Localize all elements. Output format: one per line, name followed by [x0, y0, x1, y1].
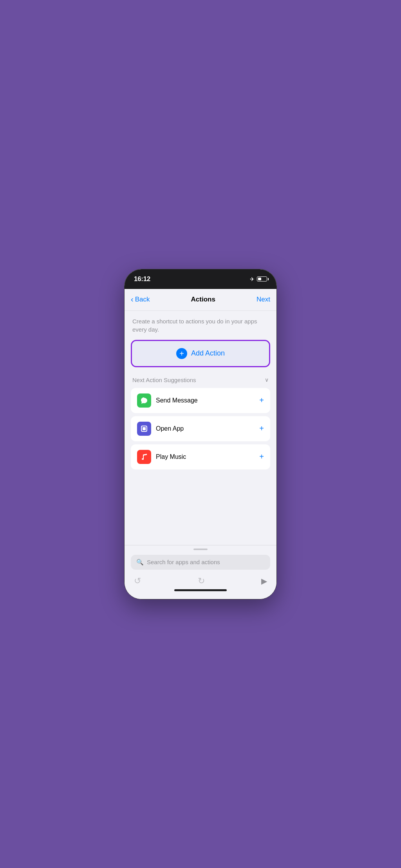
back-label: Back [135, 296, 150, 303]
bottom-toolbar: ↺ ↻ ▶ [131, 576, 270, 586]
open-app-label: Open App [156, 425, 184, 432]
play-music-add-icon[interactable]: + [259, 452, 264, 461]
back-button[interactable]: ‹ Back [131, 295, 150, 304]
suggestions-header: Next Action Suggestions ∨ [131, 377, 270, 383]
search-icon: 🔍 [136, 559, 144, 566]
send-message-label: Send Message [156, 397, 198, 404]
status-time: 16:12 [134, 275, 150, 283]
page-title: Actions [191, 296, 215, 303]
status-icons: ✈ [250, 276, 267, 282]
suggestion-left: Open App [137, 422, 184, 436]
send-message-add-icon[interactable]: + [259, 396, 264, 405]
suggestion-left: Play Music [137, 450, 186, 464]
openapp-icon [137, 422, 151, 436]
undo-button[interactable]: ↺ [134, 576, 141, 586]
search-placeholder: Search for apps and actions [147, 559, 220, 565]
add-action-button[interactable]: + Add Action [131, 340, 270, 367]
bottom-sheet: 🔍 Search for apps and actions ↺ ↻ ▶ [125, 545, 276, 599]
suggestion-left: Send Message [137, 393, 198, 408]
back-chevron-icon: ‹ [131, 295, 134, 304]
redo-button[interactable]: ↻ [198, 576, 205, 586]
suggestion-send-message[interactable]: Send Message + [131, 388, 270, 413]
status-bar: 16:12 ✈ [125, 269, 276, 289]
phone-frame: 16:12 ✈ ‹ Back Actions Next Create a sho… [124, 269, 277, 599]
suggestions-title: Next Action Suggestions [132, 377, 196, 383]
battery-icon [257, 276, 267, 282]
suggestion-open-app[interactable]: Open App + [131, 416, 270, 441]
description-text: Create a shortcut to actions you do in y… [131, 317, 270, 334]
airplane-icon: ✈ [250, 276, 255, 282]
add-action-icon: + [176, 348, 187, 359]
open-app-add-icon[interactable]: + [259, 424, 264, 433]
main-content: Create a shortcut to actions you do in y… [125, 311, 276, 469]
search-bar[interactable]: 🔍 Search for apps and actions [131, 555, 270, 570]
next-button[interactable]: Next [256, 296, 270, 303]
svg-rect-1 [143, 427, 146, 430]
add-action-label: Add Action [191, 349, 225, 357]
home-indicator [174, 589, 227, 591]
battery-fill [258, 278, 261, 280]
messages-icon [137, 393, 151, 408]
music-icon [137, 450, 151, 464]
suggestion-play-music[interactable]: Play Music + [131, 444, 270, 469]
play-button[interactable]: ▶ [261, 576, 267, 586]
chevron-down-icon: ∨ [265, 377, 269, 383]
play-music-label: Play Music [156, 453, 186, 460]
nav-bar: ‹ Back Actions Next [125, 289, 276, 311]
drag-handle [193, 549, 208, 550]
